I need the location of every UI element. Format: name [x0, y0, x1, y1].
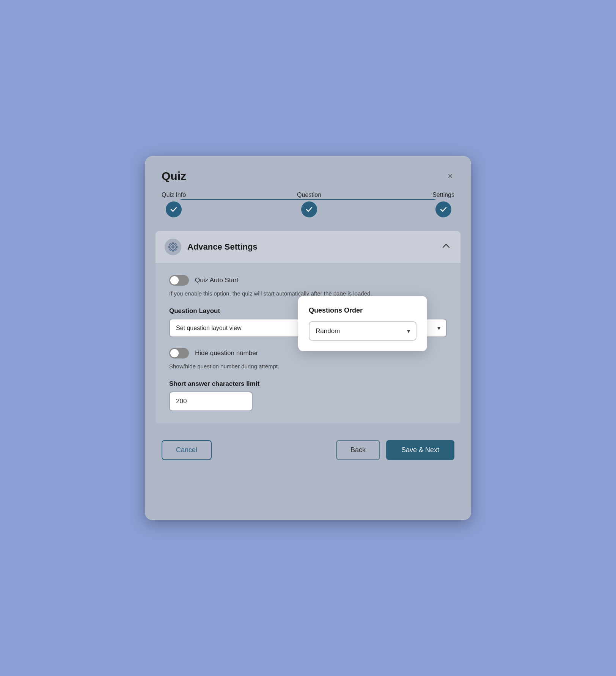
- close-button[interactable]: ×: [446, 170, 454, 182]
- step-settings: Settings: [432, 192, 454, 217]
- advance-settings-title: Advance Settings: [187, 242, 258, 252]
- hide-question-number-description: Show/hide question number during attempt…: [169, 363, 447, 369]
- questions-order-select[interactable]: Random Sequential Reverse: [309, 321, 416, 341]
- modal-header: Quiz ×: [145, 156, 471, 192]
- layout-order-row: Question Layout Set question layout view…: [169, 307, 447, 337]
- hide-question-number-label: Hide question number: [195, 349, 258, 357]
- step-question: Question: [297, 192, 321, 217]
- step-quiz-info-circle: [166, 201, 182, 217]
- stepper: Quiz Info Question Settings: [145, 192, 471, 231]
- gear-icon: [165, 239, 181, 255]
- short-answer-input[interactable]: [169, 391, 253, 411]
- step-quiz-info-label: Quiz Info: [162, 192, 186, 198]
- advance-settings-header: Advance Settings: [156, 231, 460, 263]
- hide-question-number-toggle[interactable]: [169, 348, 189, 358]
- short-answer-section: Short answer characters limit: [169, 380, 447, 411]
- settings-content: Quiz Auto Start If you enable this optio…: [156, 263, 460, 423]
- quiz-auto-start-row: Quiz Auto Start: [169, 275, 447, 286]
- questions-order-select-wrapper: Random Sequential Reverse ▼: [309, 321, 416, 341]
- questions-order-popup: Questions Order Random Sequential Revers…: [298, 296, 427, 351]
- short-answer-label: Short answer characters limit: [169, 380, 447, 388]
- chevron-up-button[interactable]: [441, 241, 451, 253]
- modal-overlay: Quiz × Quiz Info Question: [0, 0, 616, 676]
- questions-order-title: Questions Order: [309, 307, 416, 314]
- step-question-label: Question: [297, 192, 321, 198]
- modal-footer: Cancel Back Save & Next: [145, 429, 471, 474]
- modal-title: Quiz: [162, 170, 186, 182]
- step-settings-circle: [435, 201, 451, 217]
- save-next-button[interactable]: Save & Next: [386, 440, 454, 460]
- quiz-auto-start-toggle[interactable]: [169, 275, 189, 286]
- svg-point-0: [172, 246, 174, 248]
- step-quiz-info: Quiz Info: [162, 192, 186, 217]
- quiz-modal: Quiz × Quiz Info Question: [145, 156, 471, 520]
- step-settings-label: Settings: [432, 192, 454, 198]
- footer-right: Back Save & Next: [336, 440, 454, 460]
- advance-settings-left: Advance Settings: [165, 239, 258, 255]
- modal-body: Advance Settings Quiz Auto Start If yo: [145, 231, 471, 423]
- cancel-button[interactable]: Cancel: [162, 440, 212, 460]
- back-button[interactable]: Back: [336, 440, 380, 460]
- quiz-auto-start-label: Quiz Auto Start: [195, 277, 238, 284]
- advance-settings-card: Advance Settings Quiz Auto Start If yo: [156, 231, 460, 423]
- step-question-circle: [301, 201, 317, 217]
